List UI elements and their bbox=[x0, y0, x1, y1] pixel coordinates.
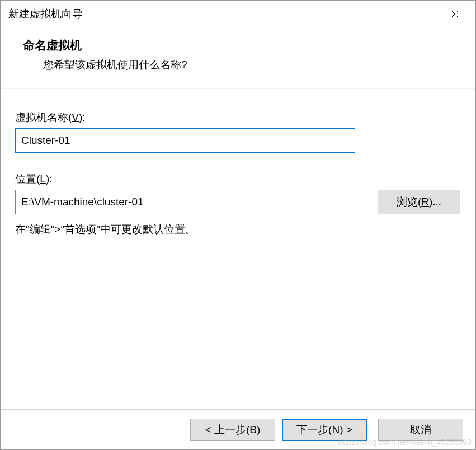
location-hint: 在"编辑">"首选项"中可更改默认位置。 bbox=[15, 222, 461, 237]
back-button[interactable]: < 上一步(B) bbox=[190, 419, 275, 441]
next-button[interactable]: 下一步(N) > bbox=[282, 419, 367, 441]
browse-button[interactable]: 浏览(R)... bbox=[378, 190, 460, 214]
close-icon bbox=[451, 10, 459, 18]
footer: < 上一步(B) 下一步(N) > 取消 bbox=[1, 409, 475, 449]
location-label: 位置(L): bbox=[15, 172, 461, 186]
header-panel: 命名虚拟机 您希望该虚拟机使用什么名称? bbox=[1, 27, 475, 88]
window-title: 新建虚拟机向导 bbox=[8, 7, 83, 21]
vm-name-label: 虚拟机名称(V): bbox=[15, 110, 461, 125]
location-row: 浏览(R)... bbox=[15, 190, 461, 214]
cancel-button[interactable]: 取消 bbox=[378, 419, 463, 441]
close-button[interactable] bbox=[442, 5, 468, 23]
wizard-window: 新建虚拟机向导 命名虚拟机 您希望该虚拟机使用什么名称? 虚拟机名称(V): 位… bbox=[0, 0, 476, 450]
location-input[interactable] bbox=[15, 190, 367, 214]
page-subtitle: 您希望该虚拟机使用什么名称? bbox=[43, 58, 468, 72]
vm-name-input[interactable] bbox=[15, 128, 355, 153]
page-title: 命名虚拟机 bbox=[23, 38, 468, 53]
content-area: 虚拟机名称(V): 位置(L): 浏览(R)... 在"编辑">"首选项"中可更… bbox=[1, 88, 475, 409]
titlebar: 新建虚拟机向导 bbox=[1, 1, 475, 27]
